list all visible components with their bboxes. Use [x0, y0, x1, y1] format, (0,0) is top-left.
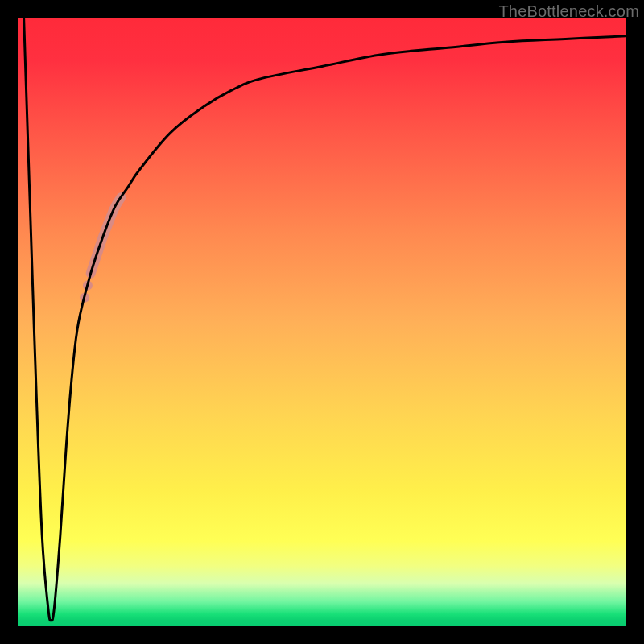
chart-svg: [18, 18, 626, 626]
bottleneck-curve: [24, 18, 626, 621]
chart-root: TheBottleneck.com: [0, 0, 644, 644]
watermark-text: TheBottleneck.com: [498, 2, 639, 21]
plot-area: [18, 18, 626, 626]
